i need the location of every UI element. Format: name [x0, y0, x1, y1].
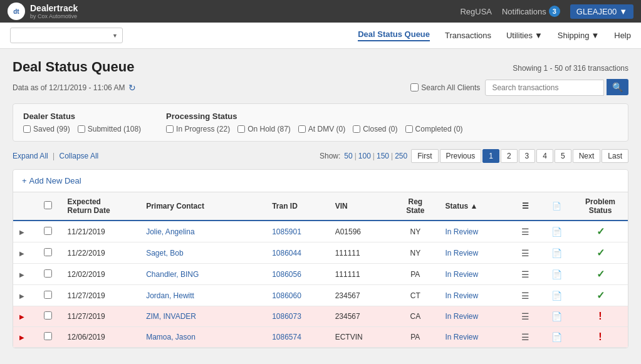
row-doc-button[interactable]: 📄 — [551, 269, 562, 279]
select-all-checkbox[interactable] — [44, 201, 52, 209]
row-checkbox-cell — [35, 242, 61, 264]
row-doc-button[interactable]: 📄 — [551, 248, 562, 258]
add-new-deal-button[interactable]: + Add New Deal — [22, 176, 81, 185]
row-contact[interactable]: Jolie, Angelina — [140, 221, 266, 242]
row-reg-state: CT — [392, 285, 439, 306]
row-checkbox[interactable] — [44, 332, 52, 340]
th-status[interactable]: Status ▲ — [439, 192, 509, 221]
row-list-button[interactable]: ☰ — [521, 332, 529, 342]
filter-closed[interactable]: Closed (0) — [353, 125, 397, 133]
filter-in-progress[interactable]: In Progress (22) — [166, 125, 230, 133]
row-expand-arrow[interactable]: ▶ — [13, 264, 35, 285]
row-list-button[interactable]: ☰ — [521, 248, 529, 258]
filter-submitted-checkbox[interactable] — [78, 125, 85, 133]
user-menu-button[interactable]: GLEAJE00 ▼ — [570, 4, 633, 19]
row-doc-icon-cell: 📄 — [541, 327, 573, 348]
filter-at-dmv[interactable]: At DMV (0) — [298, 125, 345, 133]
row-tran-id[interactable]: 1086044 — [266, 242, 328, 264]
show-options: 50 | 100 | 150 | 250 — [344, 152, 407, 160]
filter-on-hold-checkbox[interactable] — [237, 125, 245, 133]
row-doc-button[interactable]: 📄 — [551, 291, 562, 301]
row-doc-button[interactable]: 📄 — [551, 311, 562, 321]
nav-utilities[interactable]: Utilities ▼ — [506, 31, 543, 40]
row-vin: 234567 — [329, 285, 392, 306]
row-list-button[interactable]: ☰ — [521, 311, 529, 321]
prev-page-button[interactable]: Previous — [440, 149, 482, 163]
row-checkbox[interactable] — [44, 269, 52, 278]
nav-transactions[interactable]: Transactions — [445, 31, 491, 40]
filter-in-progress-checkbox[interactable] — [166, 125, 174, 133]
page-3-button[interactable]: 3 — [519, 149, 536, 163]
notifications-button[interactable]: Notifications 3 — [502, 6, 560, 17]
row-doc-button[interactable]: 📄 — [551, 332, 562, 342]
table-row: ▶ 12/02/2019 Chandler, BING 1086056 1111… — [13, 264, 628, 285]
row-tran-id[interactable]: 1086073 — [266, 306, 328, 327]
page-2-button[interactable]: 2 — [501, 149, 518, 163]
row-reg-state: PA — [392, 327, 439, 348]
show-250[interactable]: 250 — [395, 152, 407, 160]
page-5-button[interactable]: 5 — [555, 149, 571, 163]
filter-submitted[interactable]: Submitted (108) — [78, 125, 141, 133]
row-expand-arrow[interactable]: ▶ — [13, 306, 35, 327]
filter-completed-checkbox[interactable] — [405, 125, 413, 133]
row-tran-id[interactable]: 1086056 — [266, 264, 328, 285]
collapse-all-link[interactable]: Collapse All — [60, 152, 99, 160]
nav-help[interactable]: Help — [614, 31, 631, 40]
show-100[interactable]: 100 — [358, 152, 371, 160]
th-problem-status: ProblemStatus — [573, 192, 628, 221]
nav-deal-status-queue[interactable]: Deal Status Queue — [358, 29, 430, 41]
next-page-button[interactable]: Next — [573, 149, 601, 163]
row-expand-arrow[interactable]: ▶ — [13, 242, 35, 264]
row-list-button[interactable]: ☰ — [521, 291, 529, 301]
row-list-button[interactable]: ☰ — [521, 227, 529, 237]
row-contact[interactable]: ZIM, INVADER — [140, 306, 266, 327]
row-list-button[interactable]: ☰ — [521, 269, 529, 279]
filter-saved[interactable]: Saved (99) — [23, 125, 70, 133]
row-checkbox[interactable] — [44, 311, 52, 320]
row-tran-id[interactable]: 1085901 — [266, 221, 328, 242]
check-icon: ✓ — [597, 290, 605, 301]
row-expand-arrow[interactable]: ▶ — [13, 327, 35, 348]
row-tran-id[interactable]: 1086060 — [266, 285, 328, 306]
expand-collapse-links: Expand All | Collapse All — [13, 152, 98, 160]
page-1-button[interactable]: 1 — [482, 149, 499, 163]
search-input[interactable] — [485, 80, 604, 96]
filter-saved-checkbox[interactable] — [23, 125, 31, 133]
last-page-button[interactable]: Last — [602, 149, 628, 163]
filter-completed[interactable]: Completed (0) — [405, 125, 463, 133]
first-page-button[interactable]: First — [411, 149, 438, 163]
row-tran-id[interactable]: 1086574 — [266, 327, 328, 348]
filter-closed-checkbox[interactable] — [353, 125, 360, 133]
row-expand-arrow[interactable]: ▶ — [13, 285, 35, 306]
region-link[interactable]: RegUSA — [460, 7, 492, 16]
show-150[interactable]: 150 — [377, 152, 389, 160]
filter-at-dmv-checkbox[interactable] — [298, 125, 306, 133]
search-all-clients-checkbox[interactable] — [410, 83, 419, 91]
row-contact[interactable]: Chandler, BING — [140, 264, 266, 285]
show-50[interactable]: 50 — [344, 152, 352, 160]
row-checkbox-cell — [35, 327, 61, 348]
utilities-chevron-icon: ▼ — [534, 31, 543, 40]
row-contact[interactable]: Jordan, Hewitt — [140, 285, 266, 306]
search-all-clients-label[interactable]: Search All Clients — [410, 83, 480, 92]
nav-shipping[interactable]: Shipping ▼ — [558, 31, 599, 40]
row-contact[interactable]: Saget, Bob — [140, 242, 266, 264]
refresh-icon[interactable]: ↻ — [128, 83, 136, 93]
row-status: In Review — [439, 242, 509, 264]
row-contact[interactable]: Mamoa, Jason — [140, 327, 266, 348]
filter-on-hold[interactable]: On Hold (87) — [237, 125, 291, 133]
brand: Dealertrack by Cox Automotive — [30, 3, 78, 19]
expand-all-link[interactable]: Expand All — [13, 152, 48, 160]
search-button[interactable]: 🔍 — [607, 79, 628, 95]
row-checkbox[interactable] — [44, 227, 52, 235]
page-title: Deal Status Queue — [13, 59, 134, 75]
row-date: 11/22/2019 — [61, 242, 140, 264]
row-checkbox[interactable] — [44, 248, 52, 256]
row-status: In Review — [439, 285, 509, 306]
th-doc-icon: 📄 — [541, 192, 573, 221]
row-checkbox[interactable] — [44, 291, 52, 299]
page-4-button[interactable]: 4 — [536, 149, 553, 163]
dealer-select[interactable] — [10, 28, 123, 43]
row-doc-button[interactable]: 📄 — [551, 227, 562, 237]
row-expand-arrow[interactable]: ▶ — [13, 221, 35, 242]
